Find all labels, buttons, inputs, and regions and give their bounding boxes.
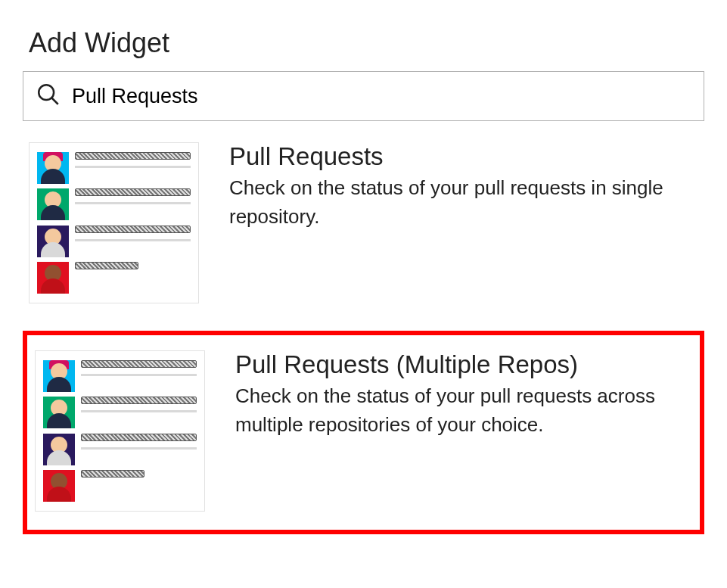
avatar-icon (37, 152, 69, 184)
widget-title: Pull Requests (229, 142, 698, 171)
avatar-icon (43, 470, 75, 502)
avatar-icon (43, 360, 75, 392)
widget-item-pull-requests-multiple-repos[interactable]: Pull Requests (Multiple Repos) Check on … (23, 331, 704, 534)
svg-point-0 (39, 85, 54, 100)
widget-list: Pull Requests Check on the status of you… (23, 136, 704, 534)
widget-thumbnail (29, 142, 199, 303)
avatar-icon (37, 262, 69, 294)
search-input[interactable] (72, 85, 691, 108)
avatar-icon (43, 434, 75, 465)
page-title: Add Widget (29, 27, 704, 59)
avatar-icon (37, 226, 69, 257)
search-icon (36, 82, 61, 110)
svg-line-1 (51, 98, 58, 104)
widget-thumbnail (35, 350, 205, 512)
widget-item-pull-requests[interactable]: Pull Requests Check on the status of you… (23, 136, 704, 310)
search-box[interactable] (23, 71, 704, 121)
widget-description: Check on the status of your pull request… (235, 382, 692, 439)
avatar-icon (37, 188, 69, 220)
widget-title: Pull Requests (Multiple Repos) (235, 350, 692, 379)
avatar-icon (43, 397, 75, 428)
widget-description: Check on the status of your pull request… (229, 174, 698, 231)
